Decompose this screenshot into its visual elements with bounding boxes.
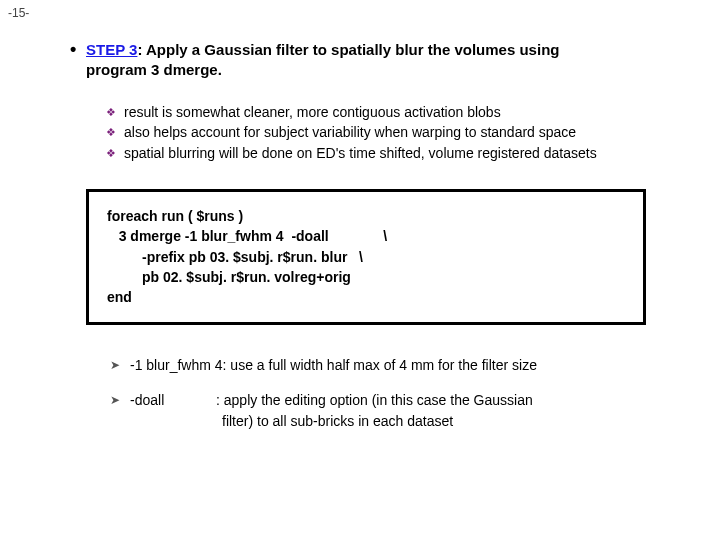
option-key: -doall: [130, 390, 216, 411]
list-item: ➤ -doall: apply the editing option (in t…: [110, 390, 700, 432]
step-heading: • STEP 3: Apply a Gaussian filter to spa…: [70, 40, 700, 60]
page-number: -15-: [8, 6, 29, 20]
option-text: -doall: apply the editing option (in thi…: [130, 390, 533, 432]
option-key: -1 blur_fwhm 4: [130, 355, 223, 376]
list-item: ➤ -1 blur_fwhm 4: use a full width half …: [110, 355, 700, 376]
code-block: foreach run ( $runs ) 3 dmerge -1 blur_f…: [86, 189, 646, 324]
option-list: ➤ -1 blur_fwhm 4: use a full width half …: [110, 355, 700, 432]
list-item-text: result is somewhat cleaner, more contigu…: [124, 103, 501, 122]
slide-content: • STEP 3: Apply a Gaussian filter to spa…: [70, 40, 700, 446]
bullet-dot-icon: •: [70, 40, 86, 58]
option-desc-line1: : apply the editing option (in this case…: [216, 392, 533, 408]
sub-point-list: ❖ result is somewhat cleaner, more conti…: [106, 103, 700, 164]
arrow-bullet-icon: ➤: [110, 390, 130, 410]
diamond-bullet-icon: ❖: [106, 103, 124, 121]
slide-page: -15- • STEP 3: Apply a Gaussian filter t…: [0, 0, 720, 540]
code-line: -prefix pb 03. $subj. r$run. blur \: [107, 247, 625, 267]
diamond-bullet-icon: ❖: [106, 144, 124, 162]
list-item: ❖ result is somewhat cleaner, more conti…: [106, 103, 700, 122]
list-item: ❖ also helps account for subject variabi…: [106, 123, 700, 142]
code-line: foreach run ( $runs ): [107, 206, 625, 226]
step-text-line2: program 3 dmerge.: [86, 60, 700, 80]
code-line: end: [107, 287, 625, 307]
diamond-bullet-icon: ❖: [106, 123, 124, 141]
list-item: ❖ spatial blurring will be done on ED's …: [106, 144, 700, 163]
code-line: pb 02. $subj. r$run. volreg+orig: [107, 267, 625, 287]
step-rest-line1: : Apply a Gaussian filter to spatially b…: [137, 41, 559, 58]
option-desc-line2: filter) to all sub-bricks in each datase…: [130, 411, 533, 432]
step-text: STEP 3: Apply a Gaussian filter to spati…: [86, 40, 559, 60]
step-label: STEP 3: [86, 41, 137, 58]
list-item-text: spatial blurring will be done on ED's ti…: [124, 144, 597, 163]
list-item-text: also helps account for subject variabili…: [124, 123, 576, 142]
option-desc: : use a full width half max of 4 mm for …: [223, 357, 537, 373]
code-line: 3 dmerge -1 blur_fwhm 4 -doall \: [107, 226, 625, 246]
arrow-bullet-icon: ➤: [110, 355, 130, 375]
option-text: -1 blur_fwhm 4: use a full width half ma…: [130, 355, 537, 376]
